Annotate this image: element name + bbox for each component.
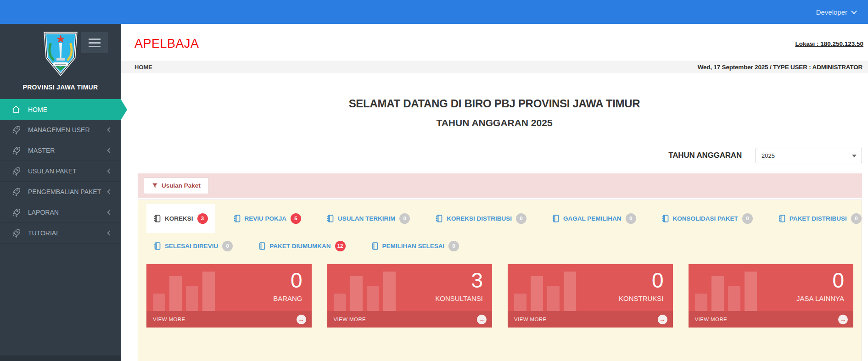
sidebar-toggle-button[interactable]	[81, 32, 108, 53]
welcome-line1: SELAMAT DATANG DI BIRO PBJ PROVINSI JAWA…	[121, 97, 868, 110]
sidebar-item-label: HOME	[28, 106, 47, 113]
usulan-paket-filter-button[interactable]: Usulan Paket	[144, 178, 209, 194]
arrow-right-icon: →	[658, 315, 667, 324]
main-content: APELBAJA Lokasi : 180.250.123.50 HOME We…	[121, 24, 868, 361]
top-navbar: Developer	[0, 0, 868, 24]
sidebar-item-label: MANAGEMEN USER	[28, 126, 90, 133]
sidebar-menu: HOME MANAGEMEN USER MASTER	[0, 99, 121, 244]
chevron-down-icon	[851, 8, 857, 14]
sidebar-item-laporan[interactable]: LAPORAN	[0, 202, 121, 223]
dashboard-panel: KOREKSI 3 REVIU POKJA 5	[138, 200, 862, 361]
filter-panel-header: Usulan Paket	[138, 173, 862, 198]
filter-funnel-icon	[152, 183, 158, 189]
tab-count-badge: 12	[335, 241, 346, 251]
tab-konsolidasi-paket[interactable]: KONSOLIDASI PAKET 0	[655, 204, 760, 233]
tab-label: KOREKSI DISTRIBUSI	[447, 215, 512, 222]
sidebar-item-managemen-user[interactable]: MANAGEMEN USER	[0, 120, 121, 140]
rocket-icon	[11, 166, 21, 176]
rocket-icon	[11, 228, 21, 238]
date-usertype-text: Wed, 17 September 2025 / TYPE USER : ADM…	[698, 64, 862, 71]
tab-koreksi-distribusi[interactable]: KOREKSI DISTRIBUSI 0	[428, 204, 534, 233]
tab-row-1: KOREKSI 3 REVIU POKJA 5	[146, 204, 853, 233]
select-caret-icon	[852, 155, 857, 157]
tab-count-badge: 0	[742, 213, 753, 224]
home-icon	[11, 105, 21, 115]
arrow-right-icon: →	[477, 315, 487, 324]
bar-chart-decoration	[695, 272, 757, 311]
tab-count-badge: 3	[197, 213, 208, 224]
tab-label: KONSOLIDASI PAKET	[673, 215, 738, 222]
chevron-left-icon	[107, 210, 112, 215]
tab-label: KOREKSI	[165, 215, 193, 222]
breadcrumb-home[interactable]: HOME	[134, 64, 152, 71]
notebook-icon	[327, 215, 334, 222]
tab-gagal-pemilihan[interactable]: GAGAL PEMILIHAN 0	[545, 204, 644, 233]
sidebar-item-label: USULAN PAKET	[28, 167, 77, 175]
view-more-label: VIEW MORE	[334, 317, 366, 322]
breadcrumb: HOME Wed, 17 September 2025 / TYPE USER …	[121, 61, 868, 73]
view-more-link[interactable]: VIEW MORE →	[146, 311, 312, 328]
view-more-link[interactable]: VIEW MORE →	[327, 311, 493, 328]
chevron-left-icon	[107, 189, 112, 194]
tab-count-badge: 0	[516, 213, 526, 224]
tab-label: PAKET DIUMUMKAN	[269, 243, 330, 250]
view-more-link[interactable]: VIEW MORE →	[508, 311, 673, 328]
filter-button-label: Usulan Paket	[162, 182, 201, 189]
year-filter-label: TAHUN ANGGARAN	[668, 151, 742, 160]
card-value: 3	[471, 268, 483, 293]
view-more-label: VIEW MORE	[153, 317, 185, 322]
chevron-left-icon	[107, 168, 112, 173]
notebook-icon	[371, 242, 378, 250]
sidebar-item-label: MASTER	[28, 147, 55, 154]
tab-label: PAKET DISTRIBUSI	[790, 215, 847, 222]
tab-count-badge: 5	[291, 213, 301, 224]
notebook-icon	[778, 215, 785, 222]
jawa-timur-emblem-icon	[41, 30, 80, 76]
page-title: APELBAJA	[134, 37, 199, 51]
view-more-label: VIEW MORE	[695, 317, 728, 322]
notebook-icon	[154, 242, 161, 250]
tab-label: USULAN TERKIRIM	[338, 215, 395, 222]
divider	[130, 141, 862, 141]
location-link[interactable]: Lokasi : 180.250.123.50	[795, 40, 863, 47]
org-name: PROVINSI JAWA TIMUR	[0, 83, 121, 91]
tab-selesai-direviu[interactable]: SELESAI DIREVIU 0	[146, 241, 240, 251]
card-label: BARANG	[273, 294, 302, 302]
sidebar-item-label: TUTORIAL	[28, 229, 60, 237]
sidebar-footer	[0, 355, 121, 361]
user-menu-label: Developer	[816, 8, 847, 16]
tab-reviu-pokja[interactable]: REVIU POKJA 5	[226, 204, 309, 233]
card-label: JASA LAINNYA	[796, 294, 844, 302]
card-barang: 0 BARANG VIEW MORE →	[146, 264, 312, 328]
view-more-link[interactable]: VIEW MORE →	[689, 311, 854, 328]
bar-chart-decoration	[153, 272, 215, 311]
bar-chart-decoration	[514, 272, 576, 311]
year-select[interactable]: 2025	[756, 148, 862, 163]
sidebar-item-tutorial[interactable]: TUTORIAL	[0, 223, 121, 244]
chevron-left-icon	[107, 127, 112, 132]
sidebar: PROVINSI JAWA TIMUR HOME MANAGEMEN USER	[0, 24, 121, 361]
card-label: KONSTRUKSI	[619, 294, 664, 302]
tab-pemilihan-selesai[interactable]: PEMILIHAN SELESAI 0	[364, 241, 467, 251]
tab-koreksi[interactable]: KOREKSI 3	[146, 204, 215, 233]
sidebar-item-master[interactable]: MASTER	[0, 140, 121, 161]
sidebar-item-pengembalian-paket[interactable]: PENGEMBALIAN PAKET	[0, 182, 121, 202]
sidebar-item-label: PENGEMBALIAN PAKET	[28, 188, 101, 195]
tab-usulan-terkirim[interactable]: USULAN TERKIRIM 0	[319, 204, 417, 233]
tab-paket-distribusi[interactable]: PAKET DISTRIBUSI 0	[771, 204, 868, 233]
card-value: 0	[291, 268, 302, 293]
view-more-label: VIEW MORE	[514, 317, 547, 322]
chevron-left-icon	[107, 230, 112, 235]
year-select-value: 2025	[762, 152, 775, 159]
card-konstruksi: 0 KONSTRUKSI VIEW MORE →	[508, 264, 673, 328]
tab-paket-diumumkan[interactable]: PAKET DIUMUMKAN 12	[251, 241, 353, 251]
card-label: KONSULTANSI	[435, 294, 483, 302]
arrow-right-icon: →	[297, 315, 306, 324]
user-menu[interactable]: Developer	[816, 0, 856, 24]
chevron-left-icon	[107, 148, 112, 153]
tab-row-2: SELESAI DIREVIU 0 PAKET DIUMUMKAN 12	[146, 234, 853, 258]
sidebar-item-usulan-paket[interactable]: USULAN PAKET	[0, 161, 121, 182]
sidebar-item-home[interactable]: HOME	[0, 99, 121, 120]
rocket-icon	[11, 125, 21, 135]
hamburger-icon	[89, 39, 101, 40]
